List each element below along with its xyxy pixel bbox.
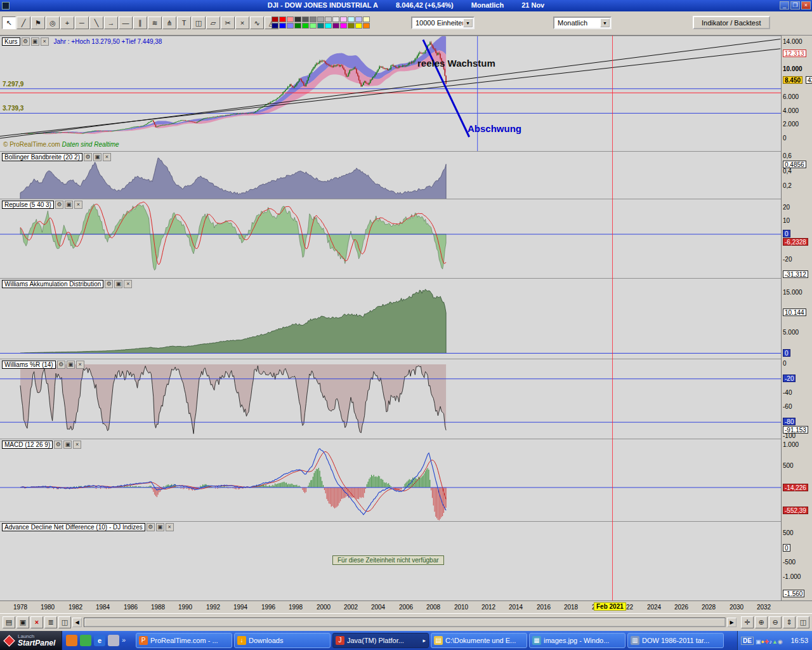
- task-group-arrow-icon[interactable]: ▸: [422, 637, 426, 644]
- scissors-tool-icon[interactable]: ✂: [221, 17, 235, 29]
- chevron-down-icon[interactable]: ▼: [463, 18, 473, 27]
- close-icon[interactable]: ×: [41, 37, 49, 46]
- wrench-icon[interactable]: ⚙: [84, 153, 92, 161]
- color-swatch[interactable]: [340, 23, 347, 29]
- scrollbar-thumb[interactable]: [84, 618, 725, 627]
- tray-network-icon[interactable]: ▲: [772, 639, 778, 645]
- restore-button[interactable]: ❐: [790, 1, 800, 10]
- start-button[interactable]: Launch StartPanel: [0, 631, 62, 650]
- color-swatch[interactable]: [363, 23, 370, 29]
- close-icon[interactable]: ×: [73, 441, 81, 449]
- color-swatch[interactable]: [287, 23, 294, 29]
- page-layout-icon[interactable]: ≣: [44, 616, 57, 628]
- color-swatch[interactable]: [363, 17, 370, 22]
- color-swatch[interactable]: [355, 23, 362, 29]
- wrench-icon[interactable]: ⚙: [105, 280, 113, 288]
- color-swatch[interactable]: [340, 17, 347, 22]
- chevron-down-icon[interactable]: ▼: [600, 18, 610, 27]
- color-swatch[interactable]: [355, 17, 362, 22]
- color-swatch[interactable]: [310, 17, 317, 22]
- quicklaunch-messenger-icon[interactable]: [80, 635, 91, 646]
- color-swatch[interactable]: [310, 23, 317, 29]
- line-tool-icon[interactable]: ─: [75, 17, 89, 29]
- close-icon[interactable]: ×: [76, 361, 84, 369]
- zoom-out-icon[interactable]: ⊖: [769, 616, 782, 628]
- minimize-button[interactable]: _: [780, 1, 789, 10]
- indicator-backtest-button[interactable]: Indikator / Backtest: [693, 16, 770, 29]
- pointer-tool-icon[interactable]: ↖: [2, 17, 16, 29]
- color-swatch[interactable]: [287, 17, 294, 22]
- window-icon[interactable]: ▣: [156, 523, 164, 531]
- indicator-window-icon[interactable]: ◫: [192, 17, 206, 29]
- language-indicator[interactable]: DE: [741, 637, 754, 645]
- color-swatch[interactable]: [348, 23, 355, 29]
- color-swatch[interactable]: [332, 17, 339, 22]
- color-swatch[interactable]: [325, 17, 332, 22]
- text-tool-icon[interactable]: T: [177, 17, 191, 29]
- window-icon[interactable]: ▣: [31, 37, 39, 46]
- delete-drawings-icon[interactable]: ×: [30, 616, 43, 628]
- taskbar-task-button[interactable]: ▤C:\Dokumente und E...: [431, 633, 527, 648]
- zoom-tool-icon[interactable]: ◎: [46, 17, 60, 29]
- close-icon[interactable]: ×: [124, 280, 132, 288]
- color-swatch[interactable]: [348, 17, 355, 22]
- candle-view-icon[interactable]: ◫: [797, 616, 809, 628]
- quicklaunch-desktop-icon[interactable]: [108, 635, 119, 646]
- color-swatch[interactable]: [279, 17, 286, 22]
- wrench-icon[interactable]: ⚙: [57, 361, 65, 369]
- color-swatch[interactable]: [302, 23, 309, 29]
- chart-list-icon[interactable]: ◫: [58, 616, 71, 628]
- close-icon[interactable]: ×: [74, 201, 82, 209]
- quicklaunch-browser-icon[interactable]: [66, 635, 77, 646]
- window-icon[interactable]: ▣: [93, 153, 102, 161]
- close-icon[interactable]: ×: [103, 153, 111, 161]
- wave-tool-icon[interactable]: ∿: [250, 17, 264, 29]
- wrench-icon[interactable]: ⚙: [22, 37, 30, 46]
- taskbar-task-button[interactable]: PProRealTime.com - ...: [136, 633, 232, 648]
- scroll-left-button[interactable]: ◀: [72, 618, 82, 627]
- time-axis[interactable]: 1978198019821984198619881990199219941996…: [0, 600, 812, 613]
- close-button[interactable]: ×: [801, 1, 811, 10]
- quicklaunch-more-button[interactable]: »: [122, 636, 126, 644]
- clock[interactable]: 16:53: [790, 637, 812, 644]
- zoom-in-icon[interactable]: ⊕: [755, 616, 768, 628]
- taskbar-task-button[interactable]: JJava(TM) Platfor...▸: [332, 633, 429, 648]
- color-swatch[interactable]: [332, 23, 339, 29]
- taskbar-task-button[interactable]: ▦images.jpg - Windo...: [529, 633, 625, 648]
- crosshair-tool-icon[interactable]: +: [60, 17, 74, 29]
- quicklaunch-ie-icon[interactable]: e: [94, 635, 105, 646]
- color-swatch[interactable]: [325, 23, 332, 29]
- print-icon[interactable]: ▤: [3, 616, 15, 628]
- close-icon[interactable]: ×: [166, 523, 174, 531]
- timeframe-dropdown[interactable]: Monatlich ▼: [553, 17, 612, 29]
- fibonacci-tool-icon[interactable]: ≋: [148, 17, 162, 29]
- segment-tool-icon[interactable]: ╲: [89, 17, 103, 29]
- color-swatch[interactable]: [272, 17, 278, 22]
- color-swatch[interactable]: [294, 17, 301, 22]
- horizontal-scrollbar[interactable]: [84, 618, 726, 627]
- color-swatch[interactable]: [317, 17, 324, 22]
- color-swatch[interactable]: [279, 23, 286, 29]
- color-swatch[interactable]: [272, 23, 278, 29]
- arrow-tool-icon[interactable]: →: [104, 17, 118, 29]
- wrench-icon[interactable]: ⚙: [55, 201, 63, 209]
- window-icon[interactable]: ▣: [65, 201, 73, 209]
- price-axis[interactable]: 14.00012.31310.0008.450426.0004.0002.000…: [781, 36, 812, 600]
- pan-icon[interactable]: ✛: [741, 616, 754, 628]
- horizontal-line-tool-icon[interactable]: ―: [119, 17, 133, 29]
- wrench-icon[interactable]: ⚙: [54, 441, 62, 449]
- color-swatch[interactable]: [302, 17, 309, 22]
- wrench-icon[interactable]: ⚙: [147, 523, 155, 531]
- channel-tool-icon[interactable]: ∥: [133, 17, 147, 29]
- price-alert-icon[interactable]: ⚑: [31, 17, 45, 29]
- vertical-fit-icon[interactable]: ⇕: [783, 616, 796, 628]
- eraser-tool-icon[interactable]: ▱: [206, 17, 220, 29]
- units-dropdown[interactable]: 10000 Einheiten ▼: [411, 17, 475, 29]
- trend-line-tool-icon[interactable]: ╱: [16, 17, 30, 29]
- color-swatch[interactable]: [317, 23, 324, 29]
- window-icon[interactable]: ▣: [114, 280, 122, 288]
- scroll-right-button[interactable]: ▶: [727, 618, 737, 627]
- color-swatch[interactable]: [294, 23, 301, 29]
- window-icon[interactable]: ▣: [63, 441, 72, 449]
- snapshot-icon[interactable]: ▣: [16, 616, 29, 628]
